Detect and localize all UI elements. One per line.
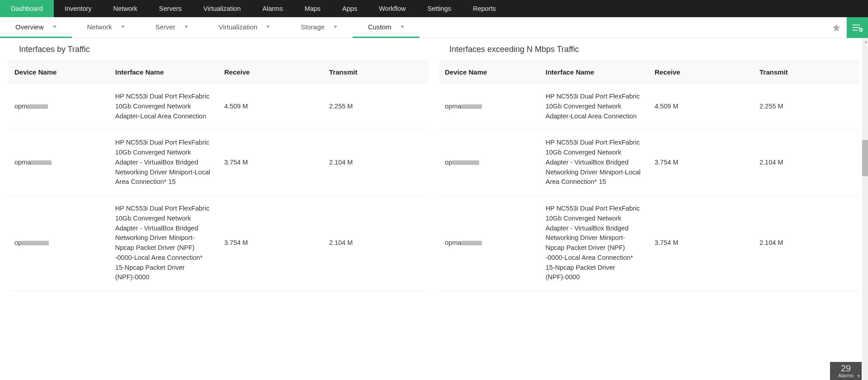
star-icon: [832, 23, 841, 32]
cell-transmit: 2.255 M: [754, 84, 859, 130]
cell-device: opm: [9, 84, 110, 130]
tab-label: Overview: [15, 23, 44, 31]
nav-settings[interactable]: Settings: [417, 0, 462, 17]
top-nav: Dashboard Inventory Network Servers Virt…: [0, 0, 868, 17]
redacted-text: [461, 104, 482, 109]
cell-transmit: 2.255 M: [324, 84, 429, 130]
cell-interface: HP NC553i Dual Port FlexFabric 10Gb Conv…: [540, 84, 649, 130]
col-interface-name[interactable]: Interface Name: [110, 61, 219, 84]
redacted-text: [461, 241, 482, 245]
redacted-text: [22, 241, 49, 245]
tab-label: Virtualization: [219, 23, 258, 31]
tab-label: Storage: [301, 23, 325, 31]
chevron-down-icon: [401, 26, 404, 28]
list-add-icon: [852, 23, 863, 32]
chevron-down-icon: [184, 26, 188, 28]
tab-label: Custom: [368, 23, 392, 31]
cell-transmit: 2.104 M: [754, 130, 859, 196]
cell-receive: 4.509 M: [219, 84, 324, 130]
col-transmit[interactable]: Transmit: [754, 61, 859, 84]
col-interface-name[interactable]: Interface Name: [540, 61, 649, 84]
tab-overview[interactable]: Overview: [0, 17, 72, 38]
alarms-count: 29: [841, 364, 851, 373]
nav-inventory[interactable]: Inventory: [54, 0, 103, 17]
col-device-name[interactable]: Device Name: [439, 61, 540, 84]
nav-dashboard[interactable]: Dashboard: [0, 0, 54, 17]
col-receive[interactable]: Receive: [649, 61, 754, 84]
tab-network[interactable]: Network: [72, 17, 140, 38]
table-row[interactable]: opma HP NC553i Dual Port FlexFabric 10Gb…: [439, 196, 859, 291]
interfaces-table: Device Name Interface Name Receive Trans…: [9, 61, 429, 291]
cell-receive: 3.754 M: [219, 130, 324, 196]
redacted-text: [452, 160, 479, 165]
tab-label: Network: [87, 23, 112, 31]
redacted-text: [27, 104, 48, 109]
alarms-badge[interactable]: 29 Alarms ▾: [830, 362, 862, 380]
table-row[interactable]: opma HP NC553i Dual Port FlexFabric 10Gb…: [439, 84, 859, 130]
tab-server[interactable]: Server: [140, 17, 203, 38]
chevron-down-icon: ▾: [858, 374, 860, 378]
cell-receive: 3.754 M: [219, 196, 324, 291]
cell-interface: HP NC553i Dual Port FlexFabric 10Gb Conv…: [110, 196, 219, 291]
cell-transmit: 2.104 M: [324, 196, 429, 291]
sub-nav: Overview Network Server Virtualization S…: [0, 17, 868, 38]
chevron-down-icon: [266, 26, 270, 28]
scrollbar-thumb[interactable]: [862, 140, 868, 176]
cell-interface: HP NC553i Dual Port FlexFabric 10Gb Conv…: [110, 130, 219, 196]
cell-device: opma: [9, 130, 110, 196]
nav-alarms[interactable]: Alarms: [252, 0, 294, 17]
panel-title: Interfaces by Traffic: [9, 38, 429, 61]
interfaces-table: Device Name Interface Name Receive Trans…: [439, 61, 859, 291]
tab-virtualization[interactable]: Virtualization: [203, 17, 286, 38]
col-device-name[interactable]: Device Name: [9, 61, 110, 84]
nav-apps[interactable]: Apps: [331, 0, 368, 17]
redacted-text: [31, 160, 52, 165]
cell-interface: HP NC553i Dual Port FlexFabric 10Gb Conv…: [110, 84, 219, 130]
panel-interfaces-exceeding-n-mbps: Interfaces exceeding N Mbps Traffic Devi…: [439, 38, 859, 380]
table-row[interactable]: opm HP NC553i Dual Port FlexFabric 10Gb …: [9, 84, 429, 130]
favorite-button[interactable]: [826, 17, 847, 38]
cell-interface: HP NC553i Dual Port FlexFabric 10Gb Conv…: [540, 130, 649, 196]
scroll-up-icon: ▴: [865, 39, 867, 44]
cell-transmit: 2.104 M: [324, 130, 429, 196]
nav-virtualization[interactable]: Virtualization: [193, 0, 252, 17]
table-row[interactable]: opma HP NC553i Dual Port FlexFabric 10Gb…: [9, 130, 429, 196]
cell-interface: HP NC553i Dual Port FlexFabric 10Gb Conv…: [540, 196, 649, 291]
tab-label: Server: [156, 23, 175, 31]
chevron-down-icon: [121, 26, 125, 28]
col-transmit[interactable]: Transmit: [324, 61, 429, 84]
cell-device: op: [439, 130, 540, 196]
table-row[interactable]: op HP NC553i Dual Port FlexFabric 10Gb C…: [9, 196, 429, 291]
vertical-scrollbar[interactable]: ▴: [862, 38, 868, 380]
col-receive[interactable]: Receive: [219, 61, 324, 84]
cell-receive: 4.509 M: [649, 84, 754, 130]
chevron-down-icon: [53, 26, 57, 28]
cell-receive: 3.754 M: [649, 196, 754, 291]
table-row[interactable]: op HP NC553i Dual Port FlexFabric 10Gb C…: [439, 130, 859, 196]
panel-interfaces-by-traffic: Interfaces by Traffic Device Name Interf…: [9, 38, 429, 380]
cell-device: op: [9, 196, 110, 291]
alarms-label: Alarms: [838, 373, 854, 378]
panel-title: Interfaces exceeding N Mbps Traffic: [439, 38, 859, 61]
nav-reports[interactable]: Reports: [462, 0, 507, 17]
tab-storage[interactable]: Storage: [285, 17, 353, 38]
cell-device: opma: [439, 84, 540, 130]
tab-custom[interactable]: Custom: [353, 17, 420, 38]
dashboard-content: Interfaces by Traffic Device Name Interf…: [0, 38, 868, 380]
cell-transmit: 2.104 M: [754, 196, 859, 291]
cell-device: opma: [439, 196, 540, 291]
nav-maps[interactable]: Maps: [294, 0, 331, 17]
chevron-down-icon: [334, 26, 337, 28]
cell-receive: 3.754 M: [649, 130, 754, 196]
add-widget-button[interactable]: [847, 17, 868, 38]
nav-servers[interactable]: Servers: [148, 0, 193, 17]
nav-network[interactable]: Network: [103, 0, 148, 17]
nav-workflow[interactable]: Workflow: [368, 0, 416, 17]
